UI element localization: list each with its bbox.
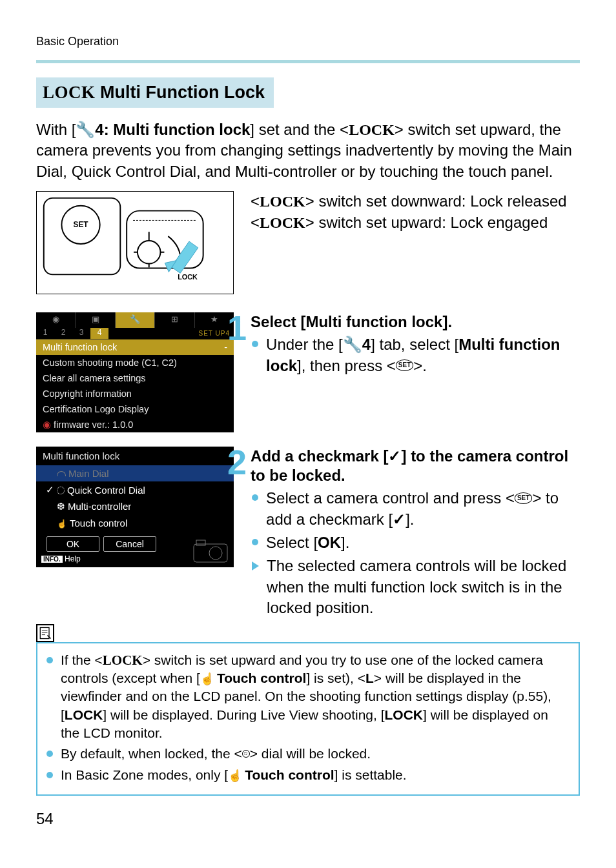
set-icon: SET (515, 492, 532, 504)
subtab-1: 1 (36, 328, 54, 339)
touch-icon (228, 767, 245, 782)
intro-setting: 4: Multi function lock (95, 121, 250, 138)
bullet-icon (252, 494, 258, 501)
ok-button: OK (46, 536, 99, 552)
menu2-row-touch-control: Touch control (36, 515, 234, 531)
step-2-title: Add a checkmark [✓] to the camera contro… (251, 447, 580, 485)
menu2-row-main-dial: Main Dial (36, 465, 234, 481)
touch-icon (200, 671, 217, 685)
bullet-icon (46, 751, 53, 757)
setup-label: SET UP4 (108, 328, 234, 339)
subtab-3: 3 (72, 328, 90, 339)
step-1-title: Select [Multi function lock]. (251, 312, 580, 332)
set-icon: SET (396, 359, 413, 371)
svg-text:SET: SET (74, 220, 89, 229)
section-title-lock: LOCK (43, 83, 96, 102)
note-3: In Basic Zone modes, only [Touch control… (61, 766, 570, 784)
step-2-bullet-1: Select a camera control and press <SET> … (266, 488, 580, 530)
step-number-2: 2 (227, 447, 247, 478)
tab-playback-icon: ▣ (76, 312, 115, 328)
tab-wrench-icon: 🔧 (116, 312, 155, 328)
menu2-row-multi-controller: Multi-controller (36, 498, 234, 515)
menu-item-clear-all-settings: Clear all camera settings (36, 370, 234, 386)
bullet-icon (252, 539, 258, 545)
info-help-label: INFO. Help (41, 554, 161, 563)
note-icon (36, 624, 54, 642)
svg-rect-0 (44, 198, 121, 275)
intro-mid: ] set and the < (250, 121, 349, 138)
svg-point-8 (209, 547, 222, 560)
camera-icon: ◉ (43, 419, 51, 430)
camera-thumbnail-icon (192, 538, 229, 563)
svg-text:LOCK: LOCK (178, 273, 198, 281)
camera-lock-illustration: SET LOCK (36, 191, 234, 294)
section-title: LOCK Multi Function Lock (36, 77, 274, 108)
menu-item-multi-function-lock: Multi function lock- (36, 339, 234, 355)
intro-lockword: LOCK (349, 121, 395, 138)
bullet-icon (252, 341, 258, 347)
breadcrumb: Basic Operation (36, 35, 580, 54)
svg-rect-9 (196, 540, 205, 545)
notes-box: If the <LOCK> switch is set upward and y… (36, 642, 580, 796)
bullet-icon (46, 657, 53, 663)
section-title-rest: Multi Function Lock (96, 83, 265, 102)
switch-up-desc: <LOCK> switch set upward: Lock engaged (251, 212, 567, 233)
note-1: If the <LOCK> switch is set upward and y… (61, 651, 570, 743)
menu2-title: Multi function lock (36, 447, 234, 465)
menu-screenshot-setup4: ◉ ▣ 🔧 ⊞ ★ 1 2 3 4 SET UP4 Multi function… (36, 312, 234, 432)
svg-point-4 (138, 241, 161, 264)
bullet-icon (46, 772, 53, 778)
svg-rect-3 (127, 211, 203, 268)
wrench-icon: 🔧 (76, 121, 95, 138)
svg-rect-10 (40, 627, 49, 638)
intro-pre: With [ (36, 121, 76, 138)
check-icon: ✓ (43, 484, 57, 496)
subtab-4: 4 (90, 328, 108, 339)
tab-camera-icon: ◉ (36, 312, 76, 328)
menu-item-custom-shooting-mode: Custom shooting mode (C1, C2) (36, 355, 234, 370)
menu-item-copyright-info: Copyright information (36, 386, 234, 401)
subtab-2: 2 (54, 328, 72, 339)
step-number-1: 1 (227, 312, 247, 344)
quick-control-dial-icon (57, 487, 65, 494)
step-2-bullet-2: Select [OK]. (266, 532, 580, 553)
step-2-result: The selected camera controls will be loc… (267, 556, 580, 618)
tab-display-icon: ⊞ (155, 312, 194, 328)
menu2-row-quick-control-dial: ✓ Quick Control Dial (36, 481, 234, 498)
menu-screenshot-multi-function-lock: Multi function lock Main Dial ✓ Quick Co… (36, 447, 234, 567)
main-dial-icon (57, 471, 66, 476)
touch-icon (57, 518, 70, 529)
step-1-bullet: Under the [🔧4] tab, select [Multi functi… (266, 334, 580, 376)
switch-down-desc: <LOCK> switch set downward: Lock release… (251, 191, 567, 212)
menu-item-certification-logo: Certification Logo Display (36, 401, 234, 417)
intro-paragraph: With [🔧4: Multi function lock] set and t… (36, 119, 580, 182)
triangle-icon (252, 561, 259, 570)
cancel-button: Cancel (103, 536, 156, 552)
menu-item-firmware: ◉firmware ver.: 1.0.0 (36, 417, 234, 432)
wrench-icon: 🔧 (343, 336, 362, 353)
header-divider (36, 60, 580, 63)
note-2: By default, when locked, the <> dial wil… (61, 745, 570, 763)
page-number: 54 (36, 810, 580, 828)
quick-control-dial-icon (242, 750, 250, 758)
multi-controller-icon (57, 501, 68, 512)
